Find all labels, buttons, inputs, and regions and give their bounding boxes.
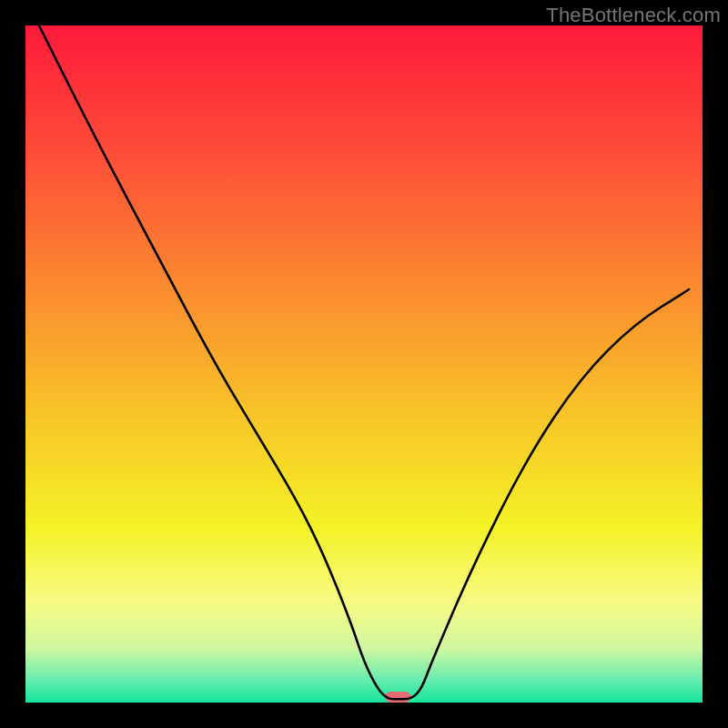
plot-area xyxy=(25,25,703,703)
chart-frame: TheBottleneck.com xyxy=(0,0,728,728)
watermark-label: TheBottleneck.com xyxy=(546,4,721,27)
optimal-marker xyxy=(385,692,410,703)
chart-svg xyxy=(25,25,703,703)
svg-rect-0 xyxy=(385,692,410,703)
gradient-background xyxy=(25,25,703,703)
